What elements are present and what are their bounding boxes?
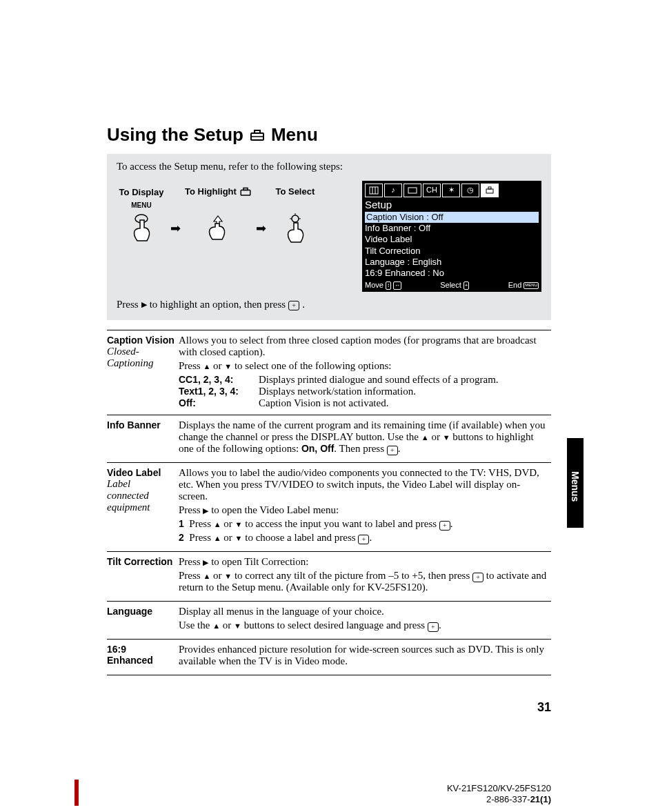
access-steps-box: To access the Setup menu, refer to the f… — [107, 154, 551, 320]
row-instruction: Press ▶ to open the Video Label menu: — [179, 504, 548, 516]
row-desc: Press ▲ or ▼ to correct any tilt of the … — [179, 570, 548, 593]
plus-button-icon: + — [428, 622, 439, 632]
svg-point-6 — [292, 215, 299, 222]
hand-select-icon — [280, 213, 310, 249]
osd-icon-screen — [403, 184, 421, 197]
row-video-label: Video Label Label connected equipment Al… — [107, 463, 551, 552]
osd-icon-setup — [481, 184, 499, 197]
svg-rect-14 — [408, 188, 417, 193]
arrow-right-icon: ➡ — [256, 200, 266, 236]
row-label: Caption Vision — [107, 335, 175, 346]
row-step-1: 1 Press ▲ or ▼ to access the input you w… — [179, 518, 548, 530]
svg-rect-15 — [486, 189, 493, 193]
arrow-up-icon: ▲ — [203, 362, 210, 370]
red-edge-marker — [74, 780, 79, 806]
arrow-down-icon: ▼ — [234, 622, 241, 630]
row-language: Language Display all menus in the langua… — [107, 602, 551, 640]
row-desc: Allows you to select from three closed c… — [179, 335, 548, 358]
osd-icon-video — [365, 184, 383, 197]
osd-icon-channel: CH — [423, 184, 441, 197]
osd-icon-timer: ◷ — [461, 184, 479, 197]
footer-model: KV-21FS120/KV-25FS120 — [447, 783, 551, 794]
plus-button-icon: + — [472, 573, 483, 582]
option-text: Text1, 2, 3, 4:Displays network/station … — [179, 386, 548, 397]
svg-rect-5 — [243, 188, 248, 190]
osd-line: Tilt Correction — [365, 246, 539, 257]
row-info-banner: Info Banner Displays the name of the cur… — [107, 415, 551, 463]
title-pre: Using the Setup — [107, 124, 243, 146]
arrow-right-icon: ▶ — [203, 558, 208, 566]
osd-hint-end: EndMENU — [508, 281, 539, 290]
settings-table: Caption Vision Closed-Captioning Allows … — [107, 330, 551, 675]
plus-button-icon: + — [288, 301, 299, 310]
page-title: Using the Setup Menu — [107, 124, 551, 146]
osd-line: 16:9 Enhanced : No — [365, 268, 539, 279]
hand-move-icon — [203, 213, 233, 249]
arrow-down-icon: ▼ — [224, 572, 232, 580]
row-instruction: Press ▲ or ▼ to select one of the follow… — [179, 360, 548, 372]
arrow-right-icon: ➡ — [170, 200, 181, 236]
row-tilt-correction: Tilt Correction Press ▶ to open Tilt Cor… — [107, 552, 551, 602]
section-tab: Menus — [567, 438, 584, 528]
step-diagram: To Display MENU ➡ To Highlight — [117, 181, 320, 249]
arrow-down-icon: ▼ — [235, 520, 243, 528]
row-desc: Displays the name of the current program… — [179, 419, 548, 455]
row-instruction: Press ▶ to open Tilt Correction: — [179, 556, 548, 568]
hand-press-icon — [126, 213, 157, 249]
arrow-up-icon: ▲ — [212, 622, 220, 630]
arrow-up-icon: ▲ — [421, 433, 429, 442]
setup-toolbox-icon — [249, 129, 266, 141]
row-label: Info Banner — [107, 419, 175, 430]
plus-button-icon: + — [358, 535, 369, 544]
arrow-up-icon: ▲ — [214, 534, 221, 542]
option-off: Off:Caption Vision is not activated. — [179, 397, 548, 409]
osd-line-highlighted: Caption Vision : Off — [365, 212, 539, 223]
row-desc: Provides enhanced picture resolution for… — [179, 644, 548, 667]
svg-rect-11 — [370, 187, 378, 194]
row-label: Tilt Correction — [107, 556, 175, 567]
row-caption-vision: Caption Vision Closed-Captioning Allows … — [107, 330, 551, 415]
footer-code: 2-886-337-21(1) — [447, 794, 551, 805]
footer: KV-21FS120/KV-25FS120 2-886-337-21(1) — [447, 783, 551, 806]
arrow-up-icon: ▲ — [203, 572, 210, 580]
osd-icon-parent: ✶ — [442, 184, 460, 197]
svg-rect-4 — [241, 190, 250, 195]
plus-button-icon: + — [387, 446, 398, 455]
option-cc: CC1, 2, 3, 4:Displays printed dialogue a… — [179, 374, 548, 386]
row-desc: Display all menus in the language of you… — [179, 606, 548, 617]
svg-rect-16 — [488, 187, 491, 189]
menu-button-label: MENU — [131, 201, 151, 209]
arrow-down-icon: ▼ — [235, 534, 243, 542]
page-number: 31 — [537, 700, 551, 715]
row-sublabel: Label connected equipment — [107, 478, 175, 513]
row-label: Video Label — [107, 467, 175, 478]
osd-tab-icons: ♪ CH ✶ ◷ — [365, 184, 539, 197]
intro-text: To access the Setup menu, refer to the f… — [117, 161, 541, 172]
plus-button-icon: + — [439, 521, 450, 531]
arrow-down-icon: ▼ — [443, 433, 450, 442]
osd-line: Video Label — [365, 234, 539, 245]
arrow-right-icon: ▶ — [203, 506, 208, 515]
setup-toolbox-icon — [239, 187, 252, 197]
row-label: 16:9 Enhanced — [107, 644, 175, 666]
osd-line: Language : English — [365, 257, 539, 268]
arrow-down-icon: ▼ — [224, 362, 232, 370]
arrow-down-icon: ▶ — [141, 300, 147, 309]
osd-line: Info Banner : Off — [365, 223, 539, 234]
step-highlight-label: To Highlight — [185, 186, 252, 197]
osd-preview: ♪ CH ✶ ◷ Setup Caption Vision : Off Info… — [362, 181, 541, 292]
row-instruction: Use the ▲ or ▼ buttons to select desired… — [179, 620, 548, 631]
step-select-label: To Select — [275, 186, 315, 197]
osd-hint-move: Move↕↔ — [365, 281, 401, 290]
osd-title: Setup — [365, 199, 539, 212]
osd-hint-select: Select+ — [440, 281, 469, 290]
title-post: Menu — [271, 124, 318, 146]
row-desc: Allows you to label the audio/video comp… — [179, 467, 548, 502]
row-sublabel: Closed-Captioning — [107, 346, 175, 369]
arrow-up-icon: ▲ — [214, 520, 221, 528]
step-display-label: To Display — [119, 187, 164, 197]
row-label: Language — [107, 606, 175, 617]
row-step-2: 2 Press ▲ or ▼ to choose a label and pre… — [179, 532, 548, 544]
svg-rect-1 — [255, 130, 260, 133]
manual-page: Using the Setup Menu To access the Setup… — [0, 0, 658, 812]
